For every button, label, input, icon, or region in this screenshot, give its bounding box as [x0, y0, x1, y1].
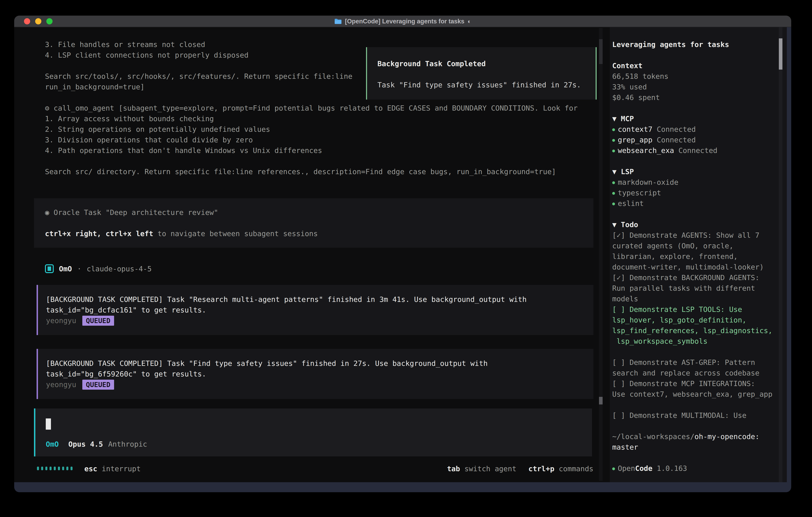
- task-meta-row: yeongyuQUEUED: [46, 379, 593, 390]
- spinner-dot-icon: [66, 467, 68, 470]
- spinner-dot-icon: [41, 467, 43, 470]
- status-badge: QUEUED: [82, 380, 114, 390]
- main-scrollbar-track[interactable]: [599, 28, 603, 481]
- todo-line: [ ] Demonstrate MULTIMODAL: Use: [612, 410, 780, 420]
- terminal-line: 1. Array access without bounds checking: [45, 113, 578, 124]
- todo-line: [✓] Demonstrate AGENTS: Show all 7: [612, 230, 780, 241]
- task-line: task_id="bg_dcfac161" to get results.: [46, 305, 593, 315]
- traffic-lights: [24, 18, 53, 24]
- sidebar-blank-line: [612, 420, 780, 431]
- context-header: Context: [612, 60, 780, 71]
- oracle-hint-text: to navigate between subagent sessions: [153, 229, 318, 238]
- terminal-line: 2. String operations on potentially unde…: [45, 124, 578, 135]
- todo-line: lsp_workspace_symbols: [612, 336, 780, 347]
- spinner-dot-icon: [37, 467, 39, 470]
- oracle-hint-keys: ctrl+x right, ctrl+x left: [45, 229, 153, 238]
- agent-separator: ·: [77, 264, 82, 274]
- ctrlp-key-label: commands: [559, 463, 593, 474]
- mcp-header[interactable]: ▼ MCP: [612, 113, 780, 124]
- workspace-path: ~/local-workspaces/oh-my-opencode:: [612, 431, 780, 442]
- prompt-input[interactable]: OmO Opus 4.5 Anthropic: [34, 408, 592, 456]
- esc-key-hint: esc: [84, 463, 97, 474]
- input-model-row: OmO Opus 4.5 Anthropic: [46, 439, 147, 450]
- task-box: [BACKGROUND TASK COMPLETED] Task "Resear…: [36, 285, 593, 335]
- titlebar: [OpenCode] Leveraging agents for tasks ◐: [14, 16, 791, 27]
- spinner-dot-icon: [70, 467, 72, 470]
- terminal-line: 3. Division operations that could divide…: [45, 135, 578, 145]
- context-stat: $0.46 spent: [612, 92, 780, 103]
- todo-line: [ ] Demonstrate MCP INTEGRATIONS:: [612, 378, 780, 389]
- todo-line: librarian, explore, frontend,: [612, 251, 780, 262]
- terminal-line: Search src/ directory. Return specific f…: [45, 166, 578, 177]
- agent-model: claude-opus-4-5: [87, 264, 152, 274]
- task-author: yeongyu: [46, 379, 76, 390]
- folder-icon: [334, 19, 342, 24]
- spinner-dot-icon: [62, 467, 64, 470]
- oracle-task-box: ◉ Oracle Task "Deep architecture review"…: [34, 198, 593, 248]
- todo-line: document-writer, multimodal-looker): [612, 262, 780, 272]
- bullet-icon: [612, 202, 615, 205]
- context-stat: 66,518 tokens: [612, 71, 780, 82]
- todo-line: models: [612, 294, 780, 304]
- task-line: task_id="bg_6f59260c" to get results.: [46, 369, 593, 379]
- terminal-line: ⚙ call_omo_agent [subagent_type=explore,…: [45, 103, 578, 113]
- todo-line: [✓] Demonstrate BACKGROUND AGENTS:: [612, 272, 780, 283]
- close-button[interactable]: [24, 18, 30, 24]
- terminal-line: [45, 156, 578, 166]
- toast-title: Background Task Completed: [377, 58, 596, 69]
- window-title-text: [OpenCode] Leveraging agents for tasks: [345, 18, 465, 25]
- task-meta-row: yeongyuQUEUED: [46, 315, 593, 326]
- sidebar-title: Leveraging agents for tasks: [612, 39, 780, 50]
- bullet-icon: [612, 192, 615, 195]
- toast-body: Task "Find type safety issues" finished …: [377, 80, 596, 90]
- todo-line: [ ] Demonstrate AST-GREP: Pattern: [612, 357, 780, 368]
- opencode-version: OpenCode 1.0.163: [612, 463, 780, 473]
- zoom-button[interactable]: [46, 18, 53, 24]
- lsp-item: markdown-oxide: [612, 177, 780, 188]
- sidebar-blank-line: [612, 453, 780, 463]
- todo-header[interactable]: ▼ Todo: [612, 219, 780, 230]
- agent-square-icon: [45, 264, 54, 273]
- input-model-label[interactable]: Opus 4.5: [68, 439, 103, 450]
- spinner-dot-icon: [54, 467, 56, 470]
- agent-header: OmO · claude-opus-4-5: [45, 262, 152, 275]
- todo-line: search and replace across codebase: [612, 368, 780, 378]
- main-scrollbar-thumb-top[interactable]: [599, 39, 603, 64]
- screen: { "titlebar": { "title": "[OpenCode] Lev…: [0, 0, 812, 517]
- todo-line: lsp_find_references, lsp_diagnostics,: [612, 325, 780, 336]
- sidebar-blank-line: [612, 50, 780, 60]
- task-box: [BACKGROUND TASK COMPLETED] Task "Find t…: [36, 349, 593, 399]
- bullet-icon: [612, 149, 615, 152]
- oracle-nav-hint: ctrl+x right, ctrl+x left to navigate be…: [45, 228, 593, 239]
- context-stat: 33% used: [612, 82, 780, 92]
- mcp-item: websearch_exa Connected: [612, 145, 780, 156]
- status-badge: QUEUED: [82, 316, 114, 326]
- sidebar-blank-line: [612, 347, 780, 357]
- tab-key-label: switch agent: [464, 463, 516, 474]
- todo-line: lsp_hover, lsp_goto_definition,: [612, 315, 780, 325]
- sidebar-blank-line: [612, 400, 780, 410]
- input-provider-label: Anthropic: [108, 439, 147, 450]
- todo-line: curated agents (OmO, oracle,: [612, 241, 780, 251]
- statusbar-right: tab switch agent ctrl+p commands: [447, 463, 593, 474]
- oracle-task-title: ◉ Oracle Task "Deep architecture review": [45, 207, 593, 218]
- main-scrollbar-thumb[interactable]: [599, 397, 603, 404]
- task-line: [BACKGROUND TASK COMPLETED] Task "Resear…: [46, 294, 593, 305]
- window-title: [OpenCode] Leveraging agents for tasks ◐: [334, 18, 471, 25]
- spinner-dot-icon: [46, 467, 47, 470]
- tab-key-hint: tab: [447, 463, 460, 474]
- bullet-icon: [612, 128, 615, 131]
- esc-key-label: interrupt: [102, 463, 141, 474]
- task-author: yeongyu: [46, 315, 76, 326]
- mcp-item: context7 Connected: [612, 124, 780, 135]
- workspace-branch: master: [612, 442, 780, 453]
- lsp-header[interactable]: ▼ LSP: [612, 166, 780, 177]
- statusbar-left: esc interrupt: [37, 463, 141, 474]
- spinner-dots: [37, 467, 75, 471]
- terminal-line: 4. Path operations that don't handle Win…: [45, 145, 578, 156]
- spinner-dot-icon: [50, 467, 52, 470]
- sidebar-blank-line: [612, 156, 780, 166]
- sidebar-blank-line: [612, 209, 780, 219]
- moon-icon: ◐: [467, 18, 471, 25]
- minimize-button[interactable]: [35, 18, 41, 24]
